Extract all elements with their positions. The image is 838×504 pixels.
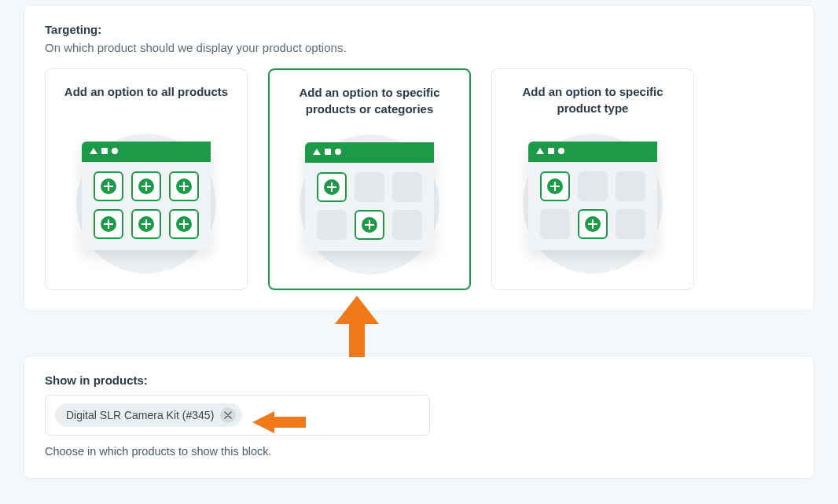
show-in-products-panel: Show in products: Digital SLR Camera Kit… bbox=[24, 355, 814, 479]
targeting-option-all-products[interactable]: Add an option to all products bbox=[45, 68, 248, 290]
targeting-description: On which product should we display your … bbox=[45, 41, 793, 54]
plus-icon bbox=[138, 178, 154, 194]
targeting-option-label: Add an option to specific product type bbox=[503, 83, 682, 118]
show-in-products-title: Show in products: bbox=[45, 373, 793, 387]
targeting-option-label: Add an option to specific products or ca… bbox=[281, 84, 458, 119]
plus-icon bbox=[547, 178, 563, 194]
targeting-title: Targeting: bbox=[45, 23, 793, 36]
svg-marker-0 bbox=[335, 296, 379, 357]
annotation-arrow-left-icon bbox=[252, 410, 306, 435]
plus-icon bbox=[101, 216, 116, 232]
remove-chip-button[interactable] bbox=[220, 407, 236, 423]
annotation-arrow-up-icon bbox=[333, 296, 380, 357]
show-in-products-hint: Choose in which products to show this bl… bbox=[45, 445, 793, 458]
product-chip: Digital SLR Camera Kit (#345) bbox=[55, 403, 242, 427]
targeting-option-preview bbox=[503, 134, 682, 274]
products-select-input[interactable]: Digital SLR Camera Kit (#345) bbox=[45, 395, 430, 436]
plus-icon bbox=[585, 216, 601, 232]
targeting-option-label: Add an option to all products bbox=[57, 83, 236, 118]
product-chip-label: Digital SLR Camera Kit (#345) bbox=[66, 409, 214, 421]
plus-icon bbox=[138, 216, 154, 232]
plus-icon bbox=[362, 217, 377, 233]
targeting-option-preview bbox=[281, 134, 458, 274]
plus-icon bbox=[324, 179, 340, 195]
plus-icon bbox=[101, 178, 116, 194]
targeting-option-preview bbox=[57, 134, 236, 274]
plus-icon bbox=[176, 178, 192, 194]
plus-icon bbox=[176, 216, 192, 232]
svg-marker-1 bbox=[252, 411, 306, 433]
close-icon bbox=[224, 411, 232, 419]
targeting-option-product-type[interactable]: Add an option to specific product type bbox=[491, 68, 694, 290]
targeting-options-row: Add an option to all products bbox=[45, 68, 793, 290]
targeting-panel: Targeting: On which product should we di… bbox=[24, 5, 814, 311]
targeting-option-specific-products[interactable]: Add an option to specific products or ca… bbox=[268, 68, 471, 290]
